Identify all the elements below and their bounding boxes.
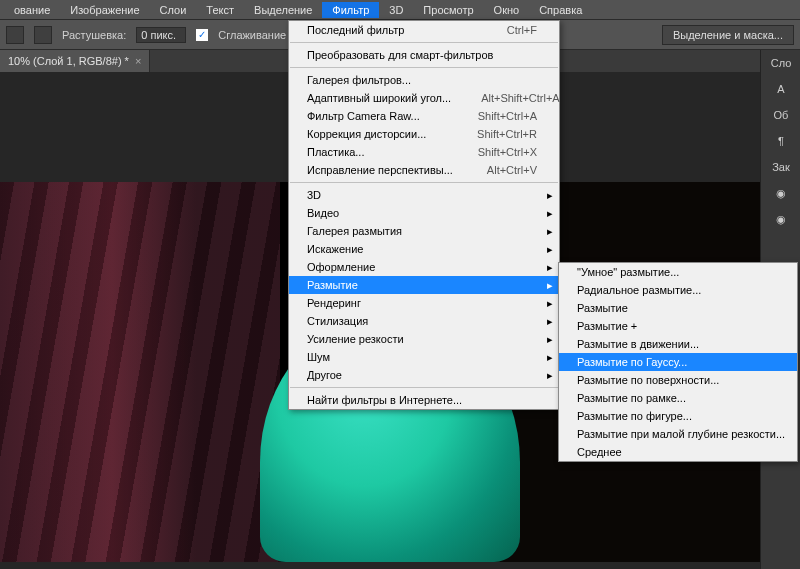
menu-help[interactable]: Справка [529, 2, 592, 18]
feather-label: Растушевка: [62, 29, 126, 41]
smoothing-label: Сглаживание [218, 29, 286, 41]
submenu-3d[interactable]: 3D▸ [289, 186, 559, 204]
panel-tab-layers[interactable]: Сло [761, 50, 800, 76]
menu-layers[interactable]: Слои [150, 2, 197, 18]
chevron-right-icon: ▸ [547, 261, 553, 274]
submenu-render[interactable]: Рендеринг▸ [289, 294, 559, 312]
chevron-right-icon: ▸ [547, 189, 553, 202]
menu-window[interactable]: Окно [484, 2, 530, 18]
blur-motion[interactable]: Размытие в движении... [559, 335, 797, 353]
chevron-right-icon: ▸ [547, 297, 553, 310]
menu-filter[interactable]: Фильтр [322, 2, 379, 18]
menu-vanishing-point[interactable]: Исправление перспективы...Alt+Ctrl+V [289, 161, 559, 179]
feather-input[interactable]: 0 пикс. [136, 27, 186, 43]
blur-lens[interactable]: Размытие при малой глубине резкости... [559, 425, 797, 443]
document-tab[interactable]: 10% (Слой 1, RGB/8#) * × [0, 50, 150, 72]
blur-gaussian[interactable]: Размытие по Гауссу... [559, 353, 797, 371]
eye-icon[interactable]: ◉ [761, 180, 800, 206]
menu-text[interactable]: Текст [196, 2, 244, 18]
menu-image[interactable]: Изображение [60, 2, 149, 18]
document-tab-title: 10% (Слой 1, RGB/8#) * [8, 55, 129, 67]
main-menubar: ование Изображение Слои Текст Выделение … [0, 0, 800, 20]
menu-edit[interactable]: ование [4, 2, 60, 18]
menu-last-filter[interactable]: Последний фильтрCtrl+F [289, 21, 559, 39]
select-and-mask-button[interactable]: Выделение и маска... [662, 25, 794, 45]
eye-icon-2[interactable]: ◉ [761, 206, 800, 232]
submenu-video[interactable]: Видео▸ [289, 204, 559, 222]
blur-box[interactable]: Размытие по рамке... [559, 389, 797, 407]
blur-blur-more[interactable]: Размытие + [559, 317, 797, 335]
submenu-stylize-top[interactable]: Оформление▸ [289, 258, 559, 276]
menu-camera-raw[interactable]: Фильтр Camera Raw...Shift+Ctrl+A [289, 107, 559, 125]
submenu-blur[interactable]: Размытие▸ [289, 276, 559, 294]
menu-filter-gallery[interactable]: Галерея фильтров... [289, 71, 559, 89]
selection-mode-icon[interactable] [6, 26, 24, 44]
submenu-noise[interactable]: Шум▸ [289, 348, 559, 366]
chevron-right-icon: ▸ [547, 225, 553, 238]
chevron-right-icon: ▸ [547, 315, 553, 328]
selection-mode-icon-2[interactable] [34, 26, 52, 44]
filter-dropdown: Последний фильтрCtrl+F Преобразовать для… [288, 20, 560, 410]
submenu-stylize[interactable]: Стилизация▸ [289, 312, 559, 330]
menu-convert-smart[interactable]: Преобразовать для смарт-фильтров [289, 46, 559, 64]
menu-3d[interactable]: 3D [379, 2, 413, 18]
submenu-distort[interactable]: Искажение▸ [289, 240, 559, 258]
chevron-right-icon: ▸ [547, 369, 553, 382]
chevron-right-icon: ▸ [547, 351, 553, 364]
menu-lens-correction[interactable]: Коррекция дисторсии...Shift+Ctrl+R [289, 125, 559, 143]
blur-smart[interactable]: "Умное" размытие... [559, 263, 797, 281]
panel-icon-paragraph[interactable]: ¶ [761, 128, 800, 154]
blur-surface[interactable]: Размытие по поверхности... [559, 371, 797, 389]
chevron-right-icon: ▸ [547, 279, 553, 292]
panel-tab-bookmarks[interactable]: Зак [761, 154, 800, 180]
panel-icon-type[interactable]: A [761, 76, 800, 102]
panel-tab-adjust[interactable]: Об [761, 102, 800, 128]
chevron-right-icon: ▸ [547, 333, 553, 346]
close-icon[interactable]: × [135, 55, 141, 67]
blur-submenu: "Умное" размытие... Радиальное размытие.… [558, 262, 798, 462]
menu-select[interactable]: Выделение [244, 2, 322, 18]
submenu-blur-gallery[interactable]: Галерея размытия▸ [289, 222, 559, 240]
menu-browse-online[interactable]: Найти фильтры в Интернете... [289, 391, 559, 409]
menu-view[interactable]: Просмотр [413, 2, 483, 18]
chevron-right-icon: ▸ [547, 207, 553, 220]
blur-shape[interactable]: Размытие по фигуре... [559, 407, 797, 425]
blur-average[interactable]: Среднее [559, 443, 797, 461]
menu-liquify[interactable]: Пластика...Shift+Ctrl+X [289, 143, 559, 161]
blur-blur[interactable]: Размытие [559, 299, 797, 317]
chevron-right-icon: ▸ [547, 243, 553, 256]
blur-radial[interactable]: Радиальное размытие... [559, 281, 797, 299]
smoothing-checkbox[interactable]: ✓ [196, 29, 208, 41]
menu-adaptive-wide[interactable]: Адаптивный широкий угол...Alt+Shift+Ctrl… [289, 89, 559, 107]
submenu-other[interactable]: Другое▸ [289, 366, 559, 384]
submenu-sharpen[interactable]: Усиление резкости▸ [289, 330, 559, 348]
